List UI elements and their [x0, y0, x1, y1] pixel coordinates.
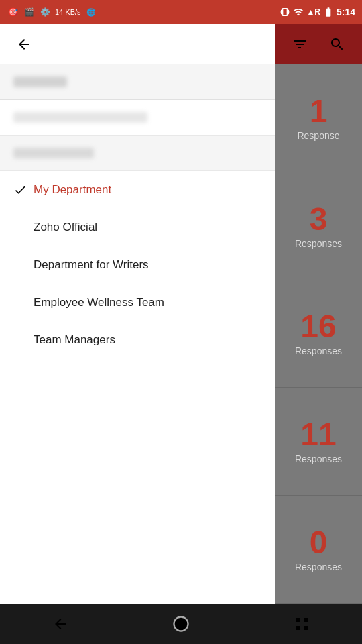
left-panel: My Department Zoho Official Department f…: [0, 64, 275, 604]
network-icon: 🌐: [85, 6, 97, 18]
recent-nav-button[interactable]: [282, 610, 322, 637]
response-card-2: 3 Responses: [275, 172, 362, 280]
team-managers-label: Team Managers: [34, 333, 115, 347]
response-count-4: 11: [300, 419, 336, 451]
main-content: My Department Zoho Official Department f…: [0, 64, 362, 604]
app-bar-left: [0, 24, 275, 64]
response-label-4: Responses: [295, 453, 342, 464]
blurred-text-1: [13, 76, 67, 87]
vibrate-icon: [280, 7, 290, 17]
response-count-3: 16: [300, 311, 336, 343]
menu-item-employee-wellness[interactable]: Employee Wellness Team: [0, 284, 275, 321]
response-count-2: 3: [310, 203, 328, 235]
back-nav-button[interactable]: [40, 610, 80, 637]
filter-button[interactable]: [288, 32, 312, 56]
blurred-header-1: [0, 64, 275, 100]
response-label-1: Response: [297, 130, 339, 141]
right-panel: 1 Response 3 Responses 16 Responses 11 R…: [275, 64, 362, 604]
bottom-nav: [0, 604, 362, 644]
response-card-3: 16 Responses: [275, 280, 362, 388]
blurred-text-2: [13, 112, 147, 123]
department-writers-label: Department for Writers: [34, 258, 149, 272]
battery-icon: [323, 7, 334, 17]
app-icon-3: ⚙️: [39, 6, 51, 18]
search-button[interactable]: [325, 32, 349, 56]
app-icon-1: 🎯: [7, 6, 19, 18]
response-card-5: 0 Responses: [275, 496, 362, 604]
zoho-official-label: Zoho Official: [34, 221, 97, 234]
response-card-1: 1 Response: [275, 64, 362, 172]
signal-r: ▲R: [306, 7, 320, 17]
menu-item-zoho-official[interactable]: Zoho Official: [0, 209, 275, 246]
status-time: 5:14: [337, 7, 355, 17]
response-card-4: 11 Responses: [275, 388, 362, 496]
status-bar-left: 🎯 🎬 ⚙️ 14 KB/s 🌐: [7, 6, 97, 18]
wifi-icon: [293, 7, 304, 17]
response-label-3: Responses: [295, 345, 342, 356]
response-count-1: 1: [310, 95, 328, 127]
network-speed: 14 KB/s: [55, 8, 81, 16]
menu-item-team-managers[interactable]: Team Managers: [0, 321, 275, 359]
check-icon-my-department: [13, 183, 34, 197]
employee-wellness-label: Employee Wellness Team: [34, 296, 164, 309]
svg-point-0: [174, 617, 188, 631]
home-nav-button[interactable]: [161, 610, 201, 637]
my-department-label: My Department: [34, 183, 111, 197]
blurred-header-3: [0, 135, 275, 171]
status-bar: 🎯 🎬 ⚙️ 14 KB/s 🌐 ▲R 5:14: [0, 0, 362, 24]
response-label-2: Responses: [295, 238, 342, 249]
app-icon-2: 🎬: [23, 6, 35, 18]
response-count-5: 0: [310, 527, 328, 559]
blurred-form-name: [0, 100, 275, 135]
blurred-text-3: [13, 148, 94, 158]
response-label-5: Responses: [295, 561, 342, 572]
back-button[interactable]: [11, 31, 38, 58]
menu-item-my-department[interactable]: My Department: [0, 171, 275, 209]
menu-item-department-writers[interactable]: Department for Writers: [0, 246, 275, 284]
status-bar-right: ▲R 5:14: [280, 7, 355, 17]
app-bar-actions: [275, 24, 362, 64]
app-bar: [0, 24, 362, 64]
